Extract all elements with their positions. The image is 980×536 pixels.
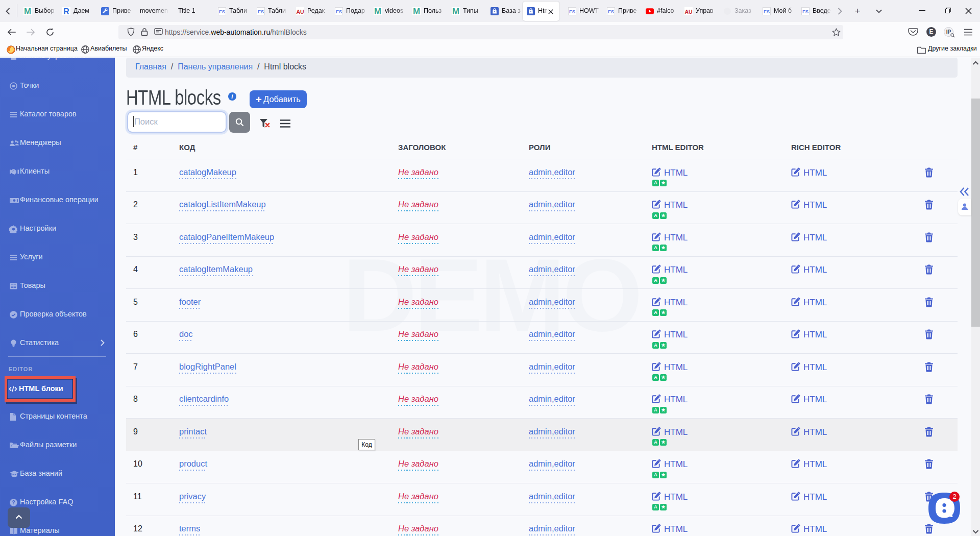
- svg-text:?: ?: [12, 500, 15, 505]
- svg-text:M: M: [413, 7, 420, 15]
- svg-text:FS: FS: [802, 9, 808, 14]
- svg-text:M: M: [24, 7, 31, 15]
- svg-text:AU: AU: [684, 9, 692, 15]
- svg-text:FS: FS: [219, 9, 225, 14]
- svg-text:FS: FS: [569, 9, 575, 14]
- svg-text:FS: FS: [336, 9, 342, 14]
- svg-text:M: M: [452, 7, 459, 15]
- svg-text:FS: FS: [764, 9, 770, 14]
- svg-text:AU: AU: [296, 9, 304, 15]
- svg-text:R: R: [63, 7, 69, 15]
- svg-text:FS: FS: [608, 9, 614, 14]
- svg-text:M: M: [374, 7, 381, 15]
- svg-text:FS: FS: [258, 9, 264, 14]
